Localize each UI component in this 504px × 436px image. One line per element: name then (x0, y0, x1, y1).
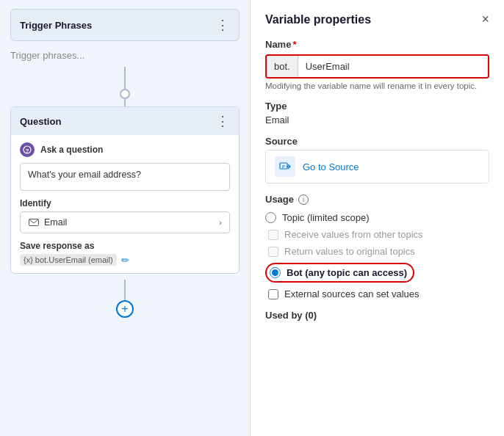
type-value: Email (265, 115, 489, 126)
radio-bot[interactable] (270, 267, 281, 278)
right-panel: Variable properties × Name* bot. Modifyi… (250, 0, 504, 436)
checkbox-receive: Receive values from other topics (268, 229, 489, 240)
variable-name: bot.UserEmail (email) (35, 255, 113, 264)
edit-variable-icon[interactable]: ✏ (121, 255, 129, 266)
trigger-phrases-block: Trigger Phrases ⋮ (10, 9, 240, 41)
trigger-content: Trigger phrases... (0, 41, 250, 61)
name-input-row[interactable]: bot. (265, 54, 489, 79)
identify-label: Identify (20, 198, 230, 208)
checkbox-external-input[interactable] (268, 289, 278, 299)
usage-section: Usage i Topic (limited scope) Receive va… (265, 194, 489, 299)
source-label: Source (265, 136, 489, 147)
left-panel: Trigger Phrases ⋮ Trigger phrases... Que… (0, 0, 250, 436)
question-block: Question ⋮ ? Ask a question What's your … (10, 106, 240, 274)
checkbox-return-input[interactable] (268, 247, 278, 257)
checkbox-receive-input[interactable] (268, 230, 278, 240)
circle-node-top (120, 89, 130, 99)
name-helper-text: Modifying the variable name will rename … (265, 81, 489, 90)
connector-top (120, 67, 130, 106)
question-title: Question (20, 116, 61, 127)
used-by-section: Used by (0) (265, 310, 489, 321)
bot-prefix: bot. (267, 56, 298, 77)
variable-name-input[interactable] (298, 56, 488, 77)
source-icon (275, 156, 295, 177)
radio-bot-label: Bot (any topic can access) (287, 267, 407, 278)
external-sources-row[interactable]: External sources can set values (268, 288, 489, 299)
name-field-label: Name* (265, 39, 489, 50)
radio-topic-label: Topic (limited scope) (282, 212, 370, 223)
variable-badge: {x} bot.UserEmail (email) (20, 254, 117, 266)
highlighted-radio-bot[interactable]: Bot (any topic can access) (265, 263, 414, 283)
dropdown-chevron-icon: › (219, 218, 222, 227)
identify-value: Email (44, 217, 67, 228)
vertical-line-bottom (124, 280, 126, 300)
vertical-line-mid (124, 99, 126, 106)
trigger-phrases-title: Trigger Phrases (20, 20, 92, 31)
source-section: Source Go to Source (265, 136, 489, 184)
checkbox-return-label: Return values to original topics (284, 246, 415, 257)
checkbox-return: Return values to original topics (268, 246, 489, 257)
radio-topic[interactable] (265, 212, 276, 223)
question-body: ? Ask a question What's your email addre… (11, 135, 239, 273)
checkbox-external-label: External sources can set values (284, 288, 420, 299)
go-to-source-text: Go to Source (303, 161, 359, 172)
usage-info-icon[interactable]: i (298, 195, 309, 205)
radio-option-topic[interactable]: Topic (limited scope) (265, 212, 489, 223)
add-node-button[interactable]: + (116, 300, 134, 318)
go-to-source-button[interactable]: Go to Source (265, 150, 489, 184)
question-menu-icon[interactable]: ⋮ (216, 113, 230, 129)
identify-dropdown[interactable]: Email › (20, 211, 230, 233)
svg-text:?: ? (26, 148, 29, 154)
email-icon (28, 217, 40, 228)
close-button[interactable]: × (481, 12, 489, 27)
question-header: Question ⋮ (11, 107, 239, 135)
bottom-connector: + (0, 280, 250, 318)
ask-question-row: ? Ask a question (20, 142, 230, 157)
save-response-value: {x} bot.UserEmail (email) ✏ (20, 254, 230, 266)
usage-header: Usage i (265, 194, 489, 205)
save-response-label: Save response as (20, 241, 230, 251)
type-label: Type (265, 101, 489, 112)
checkbox-receive-label: Receive values from other topics (284, 229, 423, 240)
usage-title: Usage (265, 194, 294, 205)
required-indicator: * (292, 39, 296, 50)
question-text-input[interactable]: What's your email address? (20, 163, 230, 191)
vertical-line-top (124, 67, 126, 89)
panel-title: Variable properties (265, 13, 371, 26)
ask-icon: ? (20, 142, 35, 157)
ask-question-label: Ask a question (40, 145, 103, 155)
panel-header: Variable properties × (265, 12, 489, 27)
trigger-phrases-menu-icon[interactable]: ⋮ (216, 17, 230, 33)
